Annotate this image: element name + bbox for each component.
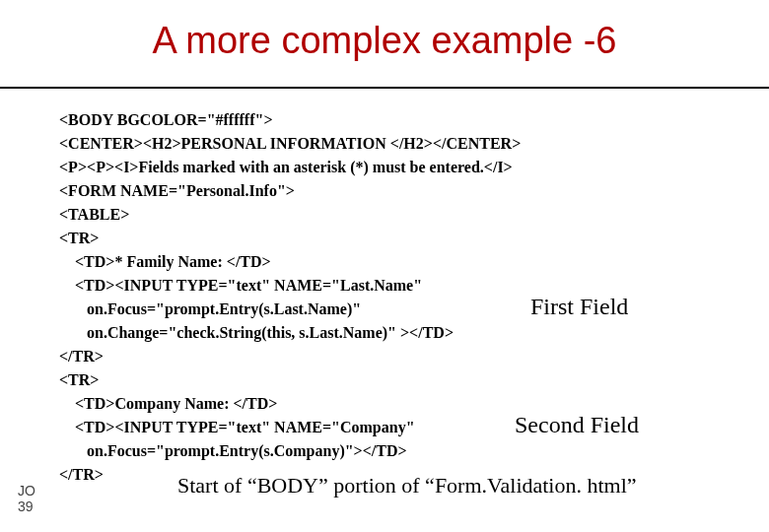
annotation-second-field: Second Field [515,412,639,438]
divider [0,87,769,89]
slide-title: A more complex example -6 [0,20,769,62]
caption: Start of “BODY” portion of “Form.Validat… [177,473,637,499]
page-number: JO 39 [18,483,35,514]
slide: A more complex example -6 <BODY BGCOLOR=… [0,0,769,532]
annotation-first-field: First Field [530,294,628,320]
